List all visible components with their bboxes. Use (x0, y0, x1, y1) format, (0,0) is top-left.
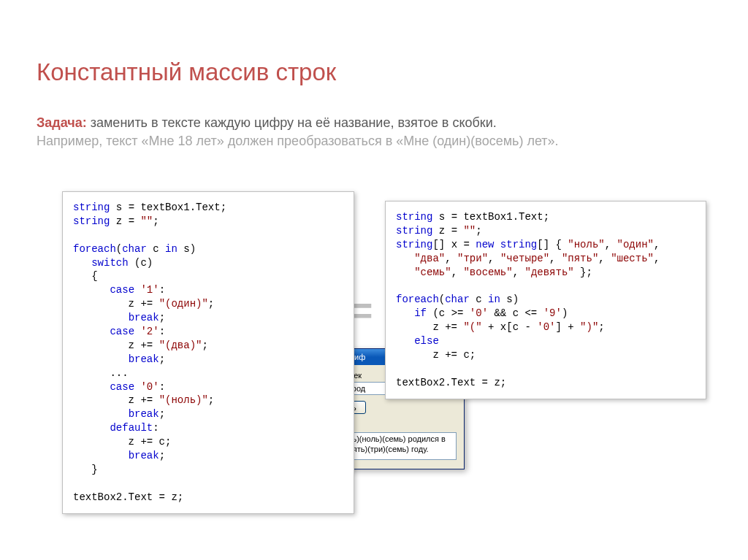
code-snippet-switch: string s = textBox1.Text; string z = "";… (62, 191, 354, 514)
slide-title: Константный массив строк (37, 58, 711, 86)
code-snippet-array: string s = textBox1.Text; string z = "";… (385, 201, 706, 399)
task-label: Задача: (37, 115, 87, 130)
task-text: заменить в тексте каждую цифру на её наз… (87, 115, 497, 130)
task-description: Задача: заменить в тексте каждую цифру н… (37, 114, 711, 132)
task-example: Например, текст «Мне 18 лет» должен прео… (37, 134, 711, 149)
